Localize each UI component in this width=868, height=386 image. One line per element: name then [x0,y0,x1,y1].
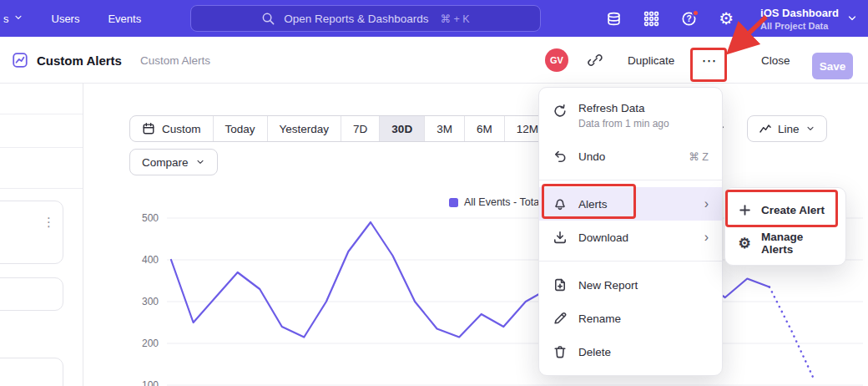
global-search-input[interactable]: Open Reports & Dashboards ⌘ + K [190,5,541,32]
nav-item-label: s [3,13,9,25]
more-options-menu: Refresh DataData from 1 min agoUndo⌘ ZAl… [538,87,723,376]
download-icon [553,230,568,245]
avatar[interactable]: GV [545,48,568,72]
menu-item-download[interactable]: Download› [539,221,722,254]
menu-divider [539,180,722,180]
range-label: 3M [437,123,452,135]
date-range-today[interactable]: Today [213,116,267,141]
menu-item-label: Undo [578,150,605,163]
notification-dot [692,9,699,17]
breadcrumb: Custom Alerts [140,54,210,67]
bell-icon [553,196,568,211]
sidebar-report-card[interactable] [0,277,63,311]
date-range-7d[interactable]: 7D [341,116,379,141]
svg-text:200: 200 [142,338,159,349]
top-nav-items: s Users Events [0,13,141,25]
chevron-down-icon [13,13,23,23]
date-range-3m[interactable]: 3M [424,116,464,141]
menu-item-label: Download [578,231,628,244]
chevron-down-icon [13,13,23,25]
alerts-submenu: Create Alert⚙Manage Alerts [724,187,846,266]
more-vertical-icon[interactable]: ⋮ [43,215,55,230]
left-sidebar: ⋮ [0,84,83,386]
top-navigation-bar: s Users Events Open Reports & Dashboards… [0,0,868,37]
apps-grid-icon [643,11,659,27]
chevron-down-icon [805,124,815,134]
svg-text:300: 300 [142,296,159,307]
range-label: Today [225,123,255,135]
date-range-30d[interactable]: 30D [379,116,424,141]
submenu-item-create-alert[interactable]: Create Alert [725,193,845,226]
line-chart-icon [759,122,772,135]
gear-icon: ⚙ [738,236,750,251]
trash-icon [553,344,568,359]
menu-item-label: Alerts [578,198,608,211]
close-button[interactable]: Close [761,54,790,67]
more-options-button[interactable]: ⋯ [694,51,724,71]
data-sources-icon[interactable] [606,11,622,27]
nav-item-events[interactable]: Events [108,13,141,25]
sidebar-report-card[interactable] [0,358,63,386]
range-label: 30D [391,123,412,135]
chevron-right-icon: › [704,231,709,244]
settings-gear-icon[interactable]: ⚙ [719,10,734,27]
report-header: Custom Alerts Custom Alerts GV Duplicate… [0,37,868,84]
duplicate-button[interactable]: Duplicate [628,54,674,67]
chevron-down-icon [846,13,858,24]
date-range-6m[interactable]: 6M [464,116,504,141]
menu-item-label: Rename [578,312,621,325]
share-link-icon[interactable] [588,53,603,68]
apps-grid-icon[interactable] [643,11,659,27]
project-subtitle: All Project Data [760,21,839,31]
nav-item-users[interactable]: Users [52,13,80,25]
project-switcher[interactable]: iOS Dashboard All Project Data [760,7,858,31]
menu-item-shortcut: ⌘ Z [689,150,709,163]
menu-item-delete[interactable]: Delete [539,335,722,368]
compare-button[interactable]: Compare [129,149,218,175]
data-sources-icon [606,11,622,27]
undo-icon [553,149,568,164]
search-icon [261,12,275,26]
search-placeholder: Open Reports & Dashboards [284,13,428,25]
menu-item-label: Delete [578,346,611,358]
calendar-icon [142,122,155,135]
submenu-item-label: Manage Alerts [761,231,834,256]
menu-item-refresh-data[interactable]: Refresh DataData from 1 min ago [539,94,722,140]
submenu-item-label: Create Alert [761,204,825,216]
menu-item-new-report[interactable]: New Report [539,268,722,302]
nav-item-boards[interactable]: s [3,13,23,25]
compare-label: Compare [142,156,189,169]
pencil-icon [553,311,568,326]
date-range-yesterday[interactable]: Yesterday [267,116,341,141]
sidebar-report-card[interactable]: ⋮ [0,201,63,264]
submenu-item-manage-alerts[interactable]: ⚙Manage Alerts [725,226,845,260]
save-button[interactable]: Save [812,53,853,79]
range-label: 12M [517,123,538,135]
sidebar-divider [0,114,83,114]
svg-text:?: ? [687,13,692,23]
date-range-segmented-control: CustomTodayYesterday7D30D3M6M12M [129,115,551,142]
menu-item-undo[interactable]: Undo⌘ Z [539,140,722,173]
report-chart-icon [12,52,28,69]
chart-type-label: Line [778,123,800,135]
chevron-down-icon [846,13,858,24]
chevron-down-icon [195,157,205,167]
sidebar-divider [0,188,83,189]
legend-label: All Events - Total [464,196,542,208]
chevron-right-icon: › [704,197,709,211]
refresh-icon [553,104,568,119]
range-label: 7D [353,123,367,135]
chevron-down-icon [195,157,205,167]
legend-swatch [449,198,458,207]
range-label: 6M [477,123,492,135]
svg-text:100: 100 [142,379,159,386]
page-title: Custom Alerts [37,53,122,68]
menu-item-rename[interactable]: Rename [539,302,722,335]
chevron-down-icon [805,124,815,134]
date-range-custom[interactable]: Custom [130,116,213,141]
search-icon [261,12,275,26]
nav-item-label: Events [108,13,141,25]
chart-type-button[interactable]: Line [747,115,827,142]
menu-item-alerts[interactable]: Alerts› [539,187,722,221]
help-icon[interactable]: ? [681,11,697,27]
